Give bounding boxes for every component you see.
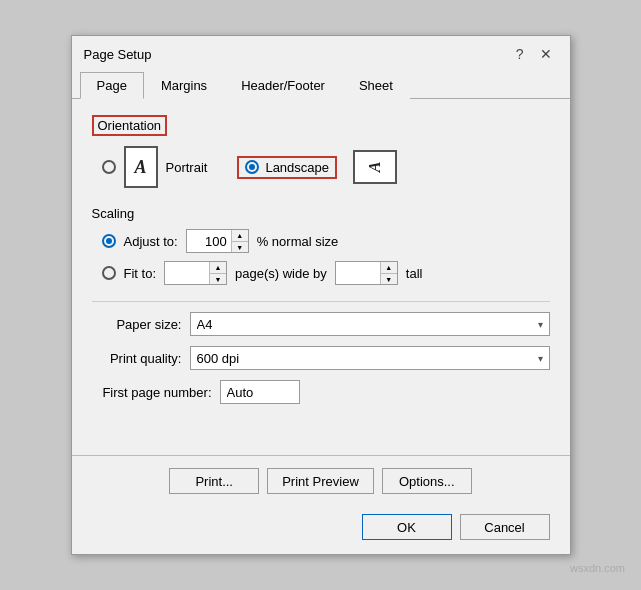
- options-button[interactable]: Options...: [382, 468, 472, 494]
- fit-tall-suffix: tall: [406, 266, 423, 281]
- title-bar: Page Setup ? ✕: [72, 36, 570, 68]
- action-buttons-row: Print... Print Preview Options...: [72, 456, 570, 506]
- adjust-to-row: Adjust to: ▲ ▼ % normal size: [102, 229, 550, 253]
- paper-size-select-wrap[interactable]: A4 Letter Legal A3 A5 ▾: [190, 312, 550, 336]
- adjust-value-input[interactable]: [187, 230, 231, 252]
- print-quality-row: Print quality: 600 dpi 300 dpi 150 dpi ▾: [92, 346, 550, 370]
- fit-tall-up-btn[interactable]: ▲: [381, 262, 397, 273]
- fit-tall-spinner: ▲ ▼: [335, 261, 398, 285]
- fit-wide-up-btn[interactable]: ▲: [210, 262, 226, 273]
- landscape-radio[interactable]: [245, 160, 259, 174]
- divider-1: [92, 301, 550, 302]
- tab-header-footer[interactable]: Header/Footer: [224, 72, 342, 99]
- landscape-icon: A: [353, 150, 397, 184]
- fit-to-row: Fit to: ▲ ▼ page(s) wide by ▲ ▼ ta: [102, 261, 550, 285]
- scaling-label: Scaling: [92, 206, 550, 221]
- scaling-section: Scaling Adjust to: ▲ ▼ % normal size Fit…: [92, 206, 550, 285]
- tab-bar: Page Margins Header/Footer Sheet: [72, 72, 570, 99]
- page-setup-dialog: Page Setup ? ✕ Page Margins Header/Foote…: [71, 35, 571, 555]
- orientation-row: A Portrait Landscape A: [102, 146, 550, 188]
- orientation-label: Orientation: [92, 115, 168, 136]
- tab-page[interactable]: Page: [80, 72, 144, 99]
- ok-cancel-row: OK Cancel: [72, 506, 570, 554]
- portrait-radio[interactable]: [102, 160, 116, 174]
- landscape-label: Landscape: [265, 160, 329, 175]
- watermark: wsxdn.com: [570, 562, 625, 574]
- close-button[interactable]: ✕: [534, 44, 558, 64]
- dialog-title: Page Setup: [84, 47, 152, 62]
- portrait-label: Portrait: [166, 160, 208, 175]
- fit-wide-input[interactable]: [165, 262, 209, 284]
- adjust-up-btn[interactable]: ▲: [232, 230, 248, 241]
- fit-wide-spinner: ▲ ▼: [164, 261, 227, 285]
- paper-size-select[interactable]: A4 Letter Legal A3 A5: [197, 317, 538, 332]
- paper-size-row: Paper size: A4 Letter Legal A3 A5 ▾: [92, 312, 550, 336]
- fit-wide-spinner-buttons: ▲ ▼: [209, 262, 226, 284]
- print-preview-button[interactable]: Print Preview: [267, 468, 374, 494]
- print-quality-select-wrap[interactable]: 600 dpi 300 dpi 150 dpi ▾: [190, 346, 550, 370]
- fit-to-label: Fit to:: [124, 266, 157, 281]
- fit-tall-input[interactable]: [336, 262, 380, 284]
- adjust-spinner-buttons: ▲ ▼: [231, 230, 248, 252]
- adjust-suffix: % normal size: [257, 234, 339, 249]
- landscape-highlight-box: Landscape: [237, 156, 337, 179]
- adjust-spinner: ▲ ▼: [186, 229, 249, 253]
- title-bar-controls: ? ✕: [510, 44, 558, 64]
- cancel-button[interactable]: Cancel: [460, 514, 550, 540]
- fit-radio[interactable]: [102, 266, 116, 280]
- help-button[interactable]: ?: [510, 44, 530, 64]
- adjust-radio[interactable]: [102, 234, 116, 248]
- print-button[interactable]: Print...: [169, 468, 259, 494]
- first-page-row: First page number:: [92, 380, 550, 404]
- ok-button[interactable]: OK: [362, 514, 452, 540]
- print-quality-select[interactable]: 600 dpi 300 dpi 150 dpi: [197, 351, 538, 366]
- paper-size-label: Paper size:: [92, 317, 182, 332]
- landscape-option[interactable]: Landscape A: [237, 150, 397, 184]
- portrait-option[interactable]: A Portrait: [102, 146, 208, 188]
- tab-content: Orientation A Portrait Landscape A: [72, 99, 570, 455]
- print-quality-arrow-icon: ▾: [538, 353, 543, 364]
- print-quality-label: Print quality:: [92, 351, 182, 366]
- tab-sheet[interactable]: Sheet: [342, 72, 410, 99]
- adjust-to-label: Adjust to:: [124, 234, 178, 249]
- adjust-down-btn[interactable]: ▼: [232, 241, 248, 252]
- orientation-section-label: Orientation: [92, 115, 550, 136]
- paper-size-arrow-icon: ▾: [538, 319, 543, 330]
- first-page-label: First page number:: [92, 385, 212, 400]
- first-page-input[interactable]: [220, 380, 300, 404]
- tab-margins[interactable]: Margins: [144, 72, 224, 99]
- fit-tall-spinner-buttons: ▲ ▼: [380, 262, 397, 284]
- fit-wide-down-btn[interactable]: ▼: [210, 273, 226, 284]
- fit-tall-down-btn[interactable]: ▼: [381, 273, 397, 284]
- portrait-icon: A: [124, 146, 158, 188]
- fit-wide-suffix: page(s) wide by: [235, 266, 327, 281]
